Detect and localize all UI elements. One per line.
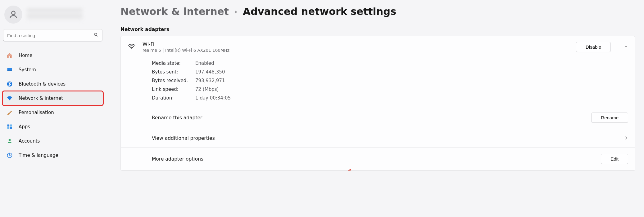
sidebar-item-label: Accounts xyxy=(19,138,40,144)
detail-media-state: Media state: Enabled xyxy=(152,59,628,68)
detail-link-speed: Link speed: 72 (Mbps) xyxy=(152,85,628,94)
sidebar-item-apps[interactable]: Apps xyxy=(2,120,103,134)
breadcrumb-current: Advanced network settings xyxy=(243,6,396,17)
svg-point-5 xyxy=(7,82,12,87)
adapter-subtitle: realme 5 | Intel(R) Wi-Fi 6 AX201 160MHz xyxy=(143,48,229,53)
row-label: Rename this adapter xyxy=(152,115,202,121)
account-block[interactable] xyxy=(2,4,103,29)
detail-key: Bytes sent: xyxy=(152,68,195,76)
edit-button[interactable]: Edit xyxy=(601,154,628,164)
sidebar-item-system[interactable]: System xyxy=(2,63,103,77)
section-heading-network-adapters: Network adapters xyxy=(120,27,635,32)
detail-key: Media state: xyxy=(152,59,195,68)
sidebar-item-label: Home xyxy=(19,53,32,58)
svg-rect-9 xyxy=(10,127,12,129)
search-input[interactable] xyxy=(7,33,93,38)
adapter-details: Media state: Enabled Bytes sent: 197,448… xyxy=(128,58,628,106)
sidebar-item-accounts[interactable]: Accounts xyxy=(2,134,103,148)
adapter-title: Wi-Fi xyxy=(143,41,229,47)
detail-bytes-received: Bytes received: 793,932,971 xyxy=(152,76,628,85)
detail-bytes-sent: Bytes sent: 197,448,350 xyxy=(152,68,628,76)
svg-point-10 xyxy=(9,139,11,141)
sidebar-item-home[interactable]: Home xyxy=(2,48,103,63)
detail-value: 72 (Mbps) xyxy=(195,85,219,94)
sidebar-item-time-language[interactable]: Time & language xyxy=(2,148,103,162)
sidebar-item-label: Time & language xyxy=(19,153,58,158)
adapter-header[interactable]: Wi-Fi realme 5 | Intel(R) Wi-Fi 6 AX201 … xyxy=(121,36,635,58)
brush-icon xyxy=(6,109,13,116)
sidebar: Home System Bluetooth & devices Network … xyxy=(0,0,106,217)
row-label: View additional properties xyxy=(152,135,215,141)
account-name-obscured xyxy=(27,8,83,21)
sidebar-item-label: Network & internet xyxy=(19,95,63,101)
person-icon xyxy=(8,10,18,20)
row-more-adapter-options[interactable]: More adapter options Edit xyxy=(121,148,635,170)
chevron-right-icon: › xyxy=(234,8,237,16)
row-rename-adapter[interactable]: Rename this adapter Rename xyxy=(121,106,635,129)
detail-value: 1 day 00:34:05 xyxy=(195,94,231,102)
detail-duration: Duration: 1 day 00:34:05 xyxy=(152,94,628,102)
sidebar-item-label: System xyxy=(19,67,36,73)
clock-globe-icon xyxy=(6,152,13,159)
chevron-up-icon[interactable] xyxy=(624,44,628,50)
disable-button[interactable]: Disable xyxy=(576,42,611,52)
breadcrumb: Network & internet › Advanced network se… xyxy=(120,6,635,17)
row-view-additional-properties[interactable]: View additional properties xyxy=(121,129,635,148)
wifi-icon xyxy=(6,95,13,102)
breadcrumb-parent[interactable]: Network & internet xyxy=(120,6,229,17)
search-box[interactable] xyxy=(3,29,102,42)
rename-button[interactable]: Rename xyxy=(591,113,628,123)
apps-icon xyxy=(6,123,13,130)
search-icon xyxy=(93,32,98,38)
sidebar-item-label: Apps xyxy=(19,124,30,130)
adapter-card: Wi-Fi realme 5 | Intel(R) Wi-Fi 6 AX201 … xyxy=(120,36,635,171)
detail-value: Enabled xyxy=(195,59,214,68)
system-icon xyxy=(6,66,13,73)
detail-value: 197,448,350 xyxy=(195,68,225,76)
home-icon xyxy=(6,52,13,59)
main-content: Network & internet › Advanced network se… xyxy=(106,0,644,217)
detail-key: Duration: xyxy=(152,94,195,102)
chevron-right-icon xyxy=(624,136,628,141)
detail-key: Link speed: xyxy=(152,85,195,94)
wifi-signal-icon xyxy=(128,42,136,52)
row-label: More adapter options xyxy=(152,156,203,162)
svg-rect-8 xyxy=(7,127,10,129)
svg-point-0 xyxy=(11,11,15,15)
adapter-title-block: Wi-Fi realme 5 | Intel(R) Wi-Fi 6 AX201 … xyxy=(143,41,229,53)
detail-key: Bytes received: xyxy=(152,76,195,85)
sidebar-nav: Home System Bluetooth & devices Network … xyxy=(2,48,103,162)
accounts-icon xyxy=(6,138,13,144)
sidebar-item-bluetooth[interactable]: Bluetooth & devices xyxy=(2,77,103,91)
sidebar-item-network[interactable]: Network & internet xyxy=(2,91,103,105)
svg-rect-4 xyxy=(7,71,12,71)
sidebar-item-label: Bluetooth & devices xyxy=(19,81,66,87)
svg-point-1 xyxy=(94,33,97,36)
bluetooth-icon xyxy=(6,81,13,87)
svg-point-12 xyxy=(131,48,132,49)
svg-line-2 xyxy=(97,35,98,36)
sidebar-item-label: Personalisation xyxy=(19,110,54,115)
svg-rect-7 xyxy=(10,125,12,127)
svg-rect-6 xyxy=(7,125,10,127)
avatar xyxy=(4,6,22,24)
detail-value: 793,932,971 xyxy=(195,76,225,85)
sidebar-item-personalisation[interactable]: Personalisation xyxy=(2,105,103,120)
